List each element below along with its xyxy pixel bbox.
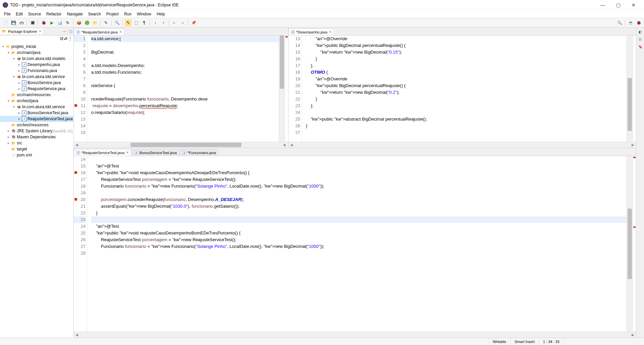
tree-project[interactable]: ▾projeto_inicial <box>0 44 73 50</box>
tab-reajuste-service-test[interactable]: J*ReajusteServiceTest.java✕ <box>74 149 131 156</box>
new-folder-button[interactable]: 📁 <box>92 19 98 26</box>
right-toolbar: ◧ ☑ 🔖 <box>636 27 644 338</box>
forward-button[interactable]: → <box>179 19 186 26</box>
tree-pkg-modelo[interactable]: ▾br.com.alura.tdd.modelo <box>0 56 73 62</box>
tree-maven[interactable]: ▸Maven Dependencies <box>0 134 73 140</box>
tree-reajuste-service-test[interactable]: ▸ReajusteServiceTest.java <box>0 116 73 122</box>
quick-access-button[interactable]: 🔍 <box>616 19 623 26</box>
tree-reajuste-service[interactable]: ▸ReajusteService.java <box>0 86 73 92</box>
tree-src-main-java[interactable]: ▾src/main/java <box>0 50 73 56</box>
debug-button[interactable]: 🐞 <box>40 19 47 26</box>
tree-pom[interactable]: pom.xml <box>0 152 73 158</box>
perspective-java-button[interactable]: ☕ <box>627 19 634 26</box>
main-toolbar: 📄 💾 🗃 🔳 🐞 ▶ 📊 ↻ 📦 🟢 📁 ✎ 🔍 ✎ ⬚ ¶ ↓ ↑ ← → … <box>0 18 644 27</box>
new-class-button[interactable]: 🟢 <box>84 19 90 26</box>
run-button[interactable]: ▶ <box>48 19 55 26</box>
prev-annotation-button[interactable]: ↑ <box>160 19 167 26</box>
close-tab-button[interactable]: ✕ <box>119 30 122 34</box>
tab-reajuste-service[interactable]: J*ReajusteService.java✕ <box>74 28 124 35</box>
menu-search[interactable]: Search <box>86 11 104 17</box>
horizontal-scrollbar[interactable]: ◀▶ <box>288 142 636 148</box>
new-package-button[interactable]: 📦 <box>75 19 82 26</box>
menu-source[interactable]: Source <box>25 11 44 17</box>
menu-window[interactable]: Window <box>134 11 154 17</box>
next-annotation-button[interactable]: ↓ <box>152 19 159 26</box>
package-explorer-tree[interactable]: ▾projeto_inicial ▾src/main/java ▾br.com.… <box>0 42 73 338</box>
tree-desempenho[interactable]: ▸Desempenho.java <box>0 62 73 68</box>
horizontal-scrollbar[interactable]: ◀▶ <box>74 332 636 338</box>
line-gutter[interactable]: 123456789101112131415 <box>74 36 87 142</box>
folder-icon: 📂 <box>2 29 7 33</box>
collapse-all-button[interactable]: ⊟ <box>60 36 63 42</box>
close-view-button[interactable]: ✕ <box>39 29 42 33</box>
view-menu-button[interactable]: ⋮ <box>68 36 72 42</box>
tree-src-test-java[interactable]: ▾src/test/java <box>0 98 73 104</box>
tree-target[interactable]: target <box>0 146 73 152</box>
perspective-debug-button[interactable]: 🐞 <box>635 19 642 26</box>
minimize-view-button[interactable]: — <box>62 29 67 34</box>
close-tab-button[interactable]: ✕ <box>329 30 332 34</box>
menu-project[interactable]: Project <box>104 11 121 17</box>
open-type-button[interactable]: 🔳 <box>29 19 36 26</box>
tree-bonus-service[interactable]: ▸BonusService.java <box>0 80 73 86</box>
close-button[interactable]: ✕ <box>626 0 641 10</box>
tree-src-test-res[interactable]: src/test/resources <box>0 122 73 128</box>
status-position: 1 : 34 : 33 <box>539 338 564 345</box>
eclipse-icon <box>3 2 8 8</box>
search-button[interactable]: 🔍 <box>114 19 120 26</box>
package-explorer-header: 📂 Package Explorer ✕ — ▢ <box>0 27 73 36</box>
new-button[interactable]: 📄 <box>2 19 9 26</box>
vertical-scrollbar[interactable] <box>627 36 633 142</box>
save-button[interactable]: 💾 <box>10 19 17 26</box>
menu-navigate[interactable]: Navigate <box>64 11 85 17</box>
menu-edit[interactable]: Edit <box>13 11 25 17</box>
package-explorer-tab[interactable]: 📂 Package Explorer ✕ <box>0 28 44 34</box>
save-all-button[interactable]: 🗃 <box>18 19 25 26</box>
close-tab-button[interactable]: ✕ <box>126 150 129 155</box>
menu-refactor[interactable]: Refactor <box>44 11 64 17</box>
menu-run[interactable]: Run <box>121 11 134 17</box>
pin-button[interactable]: 📌 <box>190 19 197 26</box>
maximize-view-button[interactable]: ▢ <box>68 29 73 34</box>
bookmarks-button[interactable]: 🔖 <box>637 44 643 50</box>
title-bar: TDD - projeto_inicial/src/main/java/br/c… <box>0 0 644 10</box>
tree-pkg-service[interactable]: ▾br.com.alura.tdd.service <box>0 74 73 80</box>
task-list-button[interactable]: ☑ <box>637 36 643 42</box>
menu-help[interactable]: Help <box>154 11 168 17</box>
minimize-button[interactable]: — <box>595 0 610 10</box>
overview-ruler[interactable] <box>633 156 636 332</box>
line-gutter[interactable]: 141516171819202122232425262728 <box>74 156 87 332</box>
line-gutter[interactable]: 131415161718192021222324252627 <box>288 36 302 142</box>
back-button[interactable]: ← <box>171 19 178 26</box>
toggle-block-button[interactable]: ⬚ <box>133 19 140 26</box>
vertical-scrollbar[interactable] <box>279 36 285 142</box>
window-title: TDD - projeto_inicial/src/main/java/br/c… <box>10 3 595 7</box>
outline-button[interactable]: ◧ <box>637 29 643 35</box>
run-last-button[interactable]: ↻ <box>64 19 71 26</box>
status-insert: Smart Insert <box>510 338 539 345</box>
overview-ruler[interactable] <box>633 36 636 142</box>
tab-bonus-service-test[interactable]: JBonusServiceTest.java <box>132 149 179 156</box>
link-editor-button[interactable]: ⇄ <box>64 36 67 42</box>
show-whitespace-button[interactable]: ¶ <box>141 19 148 26</box>
code-area[interactable]: ira.tdd.service;|BigDecimal;a.tdd.modelo… <box>87 36 279 142</box>
tree-pkg-test-service[interactable]: ▾br.com.alura.tdd.service <box>0 104 73 110</box>
vertical-scrollbar[interactable] <box>627 156 633 332</box>
tree-bonus-service-test[interactable]: ▸BonusServiceTest.java <box>0 110 73 116</box>
tree-src-main-res[interactable]: src/main/resources <box>0 92 73 98</box>
tab-funcionario[interactable]: J*Funcionario.java <box>180 149 218 156</box>
overview-ruler[interactable] <box>285 36 288 142</box>
editor-top-right: J*Desempenho.java✕ 131415161718192021222… <box>288 27 636 148</box>
code-area[interactable]: "an">@Test "kw">public "kw">void reajust… <box>87 156 627 332</box>
code-area[interactable]: "an">@Override "kw">public BigDecimal pe… <box>302 36 627 142</box>
tree-funcionario[interactable]: ▸Funcionario.java <box>0 68 73 74</box>
horizontal-scrollbar[interactable]: ◀▶ <box>74 142 288 148</box>
maximize-button[interactable]: ▢ <box>610 0 626 10</box>
tab-desempenho[interactable]: J*Desempenho.java✕ <box>288 28 334 35</box>
open-task-button[interactable]: ✎ <box>103 19 109 26</box>
menu-file[interactable]: File <box>1 11 13 17</box>
toggle-mark-button[interactable]: ✎ <box>125 19 131 26</box>
tree-src[interactable]: ▸src <box>0 140 73 146</box>
coverage-button[interactable]: 📊 <box>56 19 63 26</box>
tree-jre[interactable]: ▸JRE System Library [JavaSE-11] <box>0 128 73 134</box>
